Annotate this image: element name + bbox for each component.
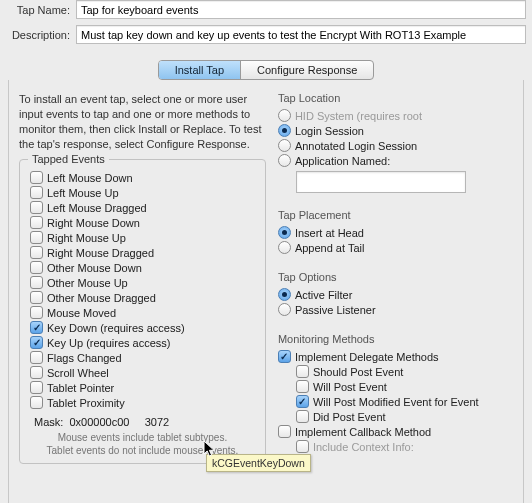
monitoring-delegate-child-label-3: Did Post Event	[313, 411, 386, 423]
tap-location-title: Tap Location	[278, 92, 513, 104]
monitoring-delegate-child-label-1: Will Post Event	[313, 381, 387, 393]
tap-options-title: Tap Options	[278, 271, 513, 283]
tap-location-label-1: Login Session	[295, 125, 364, 137]
tap-options-radio-1[interactable]	[278, 303, 291, 316]
monitoring-callback-child-checkbox-0[interactable]	[296, 440, 309, 453]
tab-install-tap[interactable]: Install Tap	[159, 61, 241, 79]
monitoring-delegate-child-label-2: Will Post Modified Event for Event	[313, 396, 479, 408]
tap-location-radio-2[interactable]	[278, 139, 291, 152]
tapped-event-checkbox-6[interactable]	[30, 261, 43, 274]
tap-location-radio-0	[278, 109, 291, 122]
tapped-event-checkbox-0[interactable]	[30, 171, 43, 184]
tapped-event-label-7: Other Mouse Up	[47, 277, 128, 289]
tapped-event-label-0: Left Mouse Down	[47, 172, 133, 184]
description-input[interactable]	[76, 25, 526, 44]
monitoring-delegate-child-label-0: Should Post Event	[313, 366, 404, 378]
monitoring-callback-child-label-0: Include Context Info:	[313, 441, 414, 453]
tab-group: Install Tap Configure Response	[158, 60, 375, 80]
tapped-event-label-4: Right Mouse Up	[47, 232, 126, 244]
tapped-event-label-13: Scroll Wheel	[47, 367, 109, 379]
tapped-events-legend: Tapped Events	[28, 153, 109, 165]
tapped-event-label-11: Key Up (requires access)	[47, 337, 171, 349]
tapped-event-checkbox-8[interactable]	[30, 291, 43, 304]
monitoring-title: Monitoring Methods	[278, 333, 513, 345]
tap-location-radio-3[interactable]	[278, 154, 291, 167]
tap-placement-label-1: Append at Tail	[295, 242, 365, 254]
tapped-event-checkbox-11[interactable]	[30, 336, 43, 349]
tapped-event-label-12: Flags Changed	[47, 352, 122, 364]
tap-name-label: Tap Name:	[6, 4, 76, 16]
tap-placement-title: Tap Placement	[278, 209, 513, 221]
application-name-input[interactable]	[296, 171, 466, 193]
tapped-event-label-8: Other Mouse Dragged	[47, 292, 156, 304]
tapped-event-label-15: Tablet Proximity	[47, 397, 125, 409]
tap-location-label-0: HID System (requires root	[295, 110, 422, 122]
tab-configure-response[interactable]: Configure Response	[241, 61, 373, 79]
monitoring-delegate-label-0: Implement Delegate Methods	[295, 351, 439, 363]
tapped-event-checkbox-5[interactable]	[30, 246, 43, 259]
mask-hex: 0x00000c00	[69, 416, 129, 428]
tapped-event-checkbox-2[interactable]	[30, 201, 43, 214]
tapped-event-checkbox-10[interactable]	[30, 321, 43, 334]
tapped-event-label-3: Right Mouse Down	[47, 217, 140, 229]
monitoring-delegate-child-checkbox-0[interactable]	[296, 365, 309, 378]
footnote-1: Mouse events include tablet subtypes.	[30, 432, 255, 445]
tap-name-input[interactable]	[76, 0, 526, 19]
intro-text: To install an event tap, select one or m…	[19, 92, 266, 151]
tapped-event-checkbox-1[interactable]	[30, 186, 43, 199]
mask-label: Mask:	[34, 416, 63, 428]
tap-location-label-2: Annotated Login Session	[295, 140, 417, 152]
monitoring-delegate-child-checkbox-3[interactable]	[296, 410, 309, 423]
tapped-event-label-6: Other Mouse Down	[47, 262, 142, 274]
monitoring-callback-label-0: Implement Callback Method	[295, 426, 431, 438]
monitoring-delegate-checkbox-0[interactable]	[278, 350, 291, 363]
tap-placement-radio-1[interactable]	[278, 241, 291, 254]
tap-options-label-1: Passive Listener	[295, 304, 376, 316]
tap-location-radio-1[interactable]	[278, 124, 291, 137]
tooltip: kCGEventKeyDown	[206, 454, 311, 472]
monitoring-callback-checkbox-0[interactable]	[278, 425, 291, 438]
tapped-event-label-1: Left Mouse Up	[47, 187, 119, 199]
tapped-event-label-9: Mouse Moved	[47, 307, 116, 319]
tapped-event-checkbox-14[interactable]	[30, 381, 43, 394]
tapped-event-checkbox-13[interactable]	[30, 366, 43, 379]
tapped-event-checkbox-7[interactable]	[30, 276, 43, 289]
tapped-event-label-2: Left Mouse Dragged	[47, 202, 147, 214]
tapped-event-checkbox-3[interactable]	[30, 216, 43, 229]
tapped-event-checkbox-15[interactable]	[30, 396, 43, 409]
mask-dec: 3072	[145, 416, 169, 428]
tap-location-label-3: Application Named:	[295, 155, 390, 167]
monitoring-delegate-child-checkbox-1[interactable]	[296, 380, 309, 393]
monitoring-delegate-child-checkbox-2[interactable]	[296, 395, 309, 408]
tapped-event-label-14: Tablet Pointer	[47, 382, 114, 394]
tapped-event-checkbox-4[interactable]	[30, 231, 43, 244]
tap-options-radio-0[interactable]	[278, 288, 291, 301]
tap-placement-radio-0[interactable]	[278, 226, 291, 239]
tapped-event-checkbox-9[interactable]	[30, 306, 43, 319]
description-label: Description:	[6, 29, 76, 41]
tap-options-label-0: Active Filter	[295, 289, 352, 301]
tapped-events-group: Tapped Events Left Mouse DownLeft Mouse …	[19, 159, 266, 464]
tap-placement-label-0: Insert at Head	[295, 227, 364, 239]
tapped-event-label-10: Key Down (requires access)	[47, 322, 185, 334]
tapped-event-label-5: Right Mouse Dragged	[47, 247, 154, 259]
tapped-event-checkbox-12[interactable]	[30, 351, 43, 364]
